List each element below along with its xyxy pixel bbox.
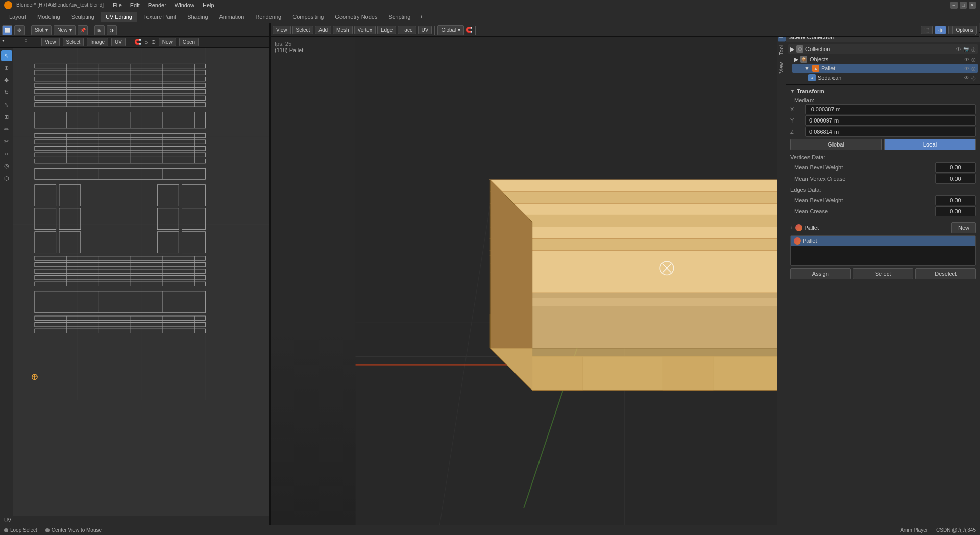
uv-transform-tool[interactable]: ⊞ (1, 111, 12, 123)
tab-rendering[interactable]: Rendering (250, 12, 286, 22)
mean-vertex-crease-row: Mean Vertex Crease 0.00 (790, 174, 976, 184)
sodacan-render-icon[interactable]: ◎ (971, 75, 976, 81)
tab-compositing[interactable]: Compositing (287, 12, 329, 22)
uv-relax-tool[interactable]: ◎ (1, 160, 12, 172)
vp-shading-wire[interactable]: ⬚ (921, 26, 933, 34)
objects-render-icon[interactable]: ◎ (971, 57, 976, 62)
vp-shading-solid[interactable]: ◑ (935, 26, 946, 34)
tree-pallet[interactable]: ▼ ▲ Pallet 👁 ◎ (792, 64, 978, 73)
vp-vertex-menu[interactable]: Vertex (354, 26, 376, 34)
new-dropdown[interactable]: New ▾ (54, 25, 76, 35)
global-btn[interactable]: Global (790, 139, 882, 150)
tab-animation[interactable]: Animation (214, 12, 250, 22)
tab-geometry-nodes[interactable]: Geometry Nodes (330, 12, 382, 22)
uv-open-btn[interactable]: Open (179, 38, 199, 46)
anim-player-label: Anim Player (900, 527, 928, 533)
vp-view-menu[interactable]: View (273, 26, 291, 34)
material-new-btn[interactable]: New (951, 222, 976, 233)
uv-rip-tool[interactable]: ✂ (1, 136, 12, 147)
tab-layout[interactable]: Layout (4, 12, 31, 22)
menu-render[interactable]: Render (145, 1, 169, 9)
collection-render-icon[interactable]: ◎ (971, 46, 976, 52)
uv-overlay-btn2[interactable]: ⊙ (151, 39, 156, 45)
collection-camera-icon[interactable]: 📷 (963, 46, 969, 52)
mean-vertex-crease-value[interactable]: 0.00 (935, 174, 976, 184)
vp-face-menu[interactable]: Face (398, 26, 416, 34)
x-input[interactable]: -0.000387 m (805, 104, 976, 114)
transform-header[interactable]: ▼ Transform (790, 87, 976, 96)
material-assign-btn[interactable]: Assign (790, 268, 851, 279)
view-tab[interactable]: View (778, 59, 786, 77)
slot-dropdown[interactable]: Slot ▾ (31, 25, 52, 35)
pallet-eye-icon[interactable]: 👁 (964, 66, 969, 71)
menu-edit[interactable]: Edit (127, 1, 143, 9)
y-input[interactable]: 0.000097 m (805, 115, 976, 126)
uv-annotate-tool[interactable]: ✏ (1, 124, 12, 135)
uv-new-btn[interactable]: New (159, 38, 176, 46)
uv-pinch-tool[interactable]: ⬡ (1, 173, 12, 184)
uv-mode-btn[interactable]: ⬜ (2, 25, 12, 35)
vp-snap-btn[interactable]: 🧲 (465, 27, 473, 33)
mean-bevel-edge-value[interactable]: 0.00 (935, 195, 976, 205)
tab-texture-paint[interactable]: Texture Paint (138, 12, 181, 22)
uv-cursor-tool[interactable]: ⊕ (1, 62, 12, 74)
sodacan-eye-icon[interactable]: 👁 (964, 75, 969, 81)
uv-image-menu[interactable]: Image (87, 38, 108, 46)
minimize-btn[interactable]: – (950, 2, 958, 9)
tab-sculpting[interactable]: Sculpting (66, 12, 100, 22)
uv-uv-menu[interactable]: UV (111, 38, 126, 46)
shading-btn[interactable]: ◑ (107, 25, 117, 35)
add-workspace-btn[interactable]: + (416, 13, 426, 21)
material-deselect-btn[interactable]: Deselect (915, 268, 976, 279)
vp-select-menu[interactable]: Select (292, 26, 314, 34)
uv-scale-tool[interactable]: ⤡ (1, 99, 12, 110)
uv-move-tool[interactable]: ✥ (1, 75, 12, 86)
uv-select-menu[interactable]: Select (63, 38, 84, 46)
vp-mesh-menu[interactable]: Mesh (333, 26, 352, 34)
objects-eye-icon[interactable]: 👁 (964, 57, 969, 62)
vp-add-menu[interactable]: Add (315, 26, 331, 34)
vp-uv-menu[interactable]: UV (418, 26, 432, 34)
uv-edge-btn[interactable]: — (13, 38, 21, 46)
uv-mode-btn2[interactable]: ✤ (14, 25, 24, 35)
uv-grab-tool[interactable]: ○ (1, 148, 12, 159)
loop-select-label: Loop Select (10, 527, 37, 533)
menu-window[interactable]: Window (172, 1, 198, 9)
vp-global-dropdown[interactable]: Global ▾ (437, 25, 464, 35)
menu-file[interactable]: File (110, 1, 125, 9)
bottom-statusbar: Loop Select Center View to Mouse Anim Pl… (0, 525, 980, 535)
uv-canvas[interactable]: ↖ ⊕ ✥ ↻ ⤡ ⊞ ✏ ✂ ○ ◎ ⬡ (0, 48, 270, 516)
tab-uv-editing[interactable]: UV Editing (101, 12, 137, 22)
mean-bevel-weight-value[interactable]: 0.00 (935, 162, 976, 173)
material-select-btn[interactable]: Select (853, 268, 914, 279)
local-btn[interactable]: Local (884, 139, 976, 150)
uv-view-menu[interactable]: View (41, 38, 60, 46)
material-list-item-pallet[interactable]: Pallet (791, 236, 975, 246)
tab-modeling[interactable]: Modeling (32, 12, 65, 22)
uv-vert-btn[interactable]: ● (2, 38, 10, 46)
separator1 (28, 26, 28, 35)
uv-snap-btn[interactable]: 🧲 (134, 39, 141, 45)
mean-crease-value[interactable]: 0.00 (935, 206, 976, 216)
vp-edge-menu[interactable]: Edge (377, 26, 396, 34)
z-input[interactable]: 0.086814 m (805, 127, 976, 137)
scene-header-row[interactable]: ▶ ⬡ Collection 👁 📷 ◎ (788, 44, 978, 54)
tab-scripting[interactable]: Scripting (383, 12, 415, 22)
menu-help[interactable]: Help (200, 1, 217, 9)
collection-visibility-icon[interactable]: 👁 (956, 46, 961, 52)
overlay-btn[interactable]: ⊞ (94, 25, 105, 35)
vp-options-btn[interactable]: Options (952, 26, 977, 34)
pallet-render-icon[interactable]: ◎ (971, 66, 976, 71)
uv-rotate-tool[interactable]: ↻ (1, 87, 12, 98)
uv-proportional-btn[interactable]: ○ (144, 39, 148, 45)
maximize-btn[interactable]: □ (960, 2, 967, 9)
tool-tab[interactable]: Tool (778, 42, 786, 58)
tree-sodacan[interactable]: ▲ Soda can 👁 ◎ (792, 73, 978, 82)
uv-select-tool[interactable]: ↖ (1, 50, 12, 61)
tab-shading[interactable]: Shading (182, 12, 213, 22)
pin-btn[interactable]: 📌 (78, 25, 88, 35)
close-btn[interactable]: ✕ (969, 2, 976, 9)
uv-face-btn[interactable]: □ (24, 38, 33, 46)
z-field-row: Z 0.086814 m (790, 127, 976, 137)
tree-objects[interactable]: ▶ 📦 Objects 👁 ◎ (792, 55, 978, 64)
